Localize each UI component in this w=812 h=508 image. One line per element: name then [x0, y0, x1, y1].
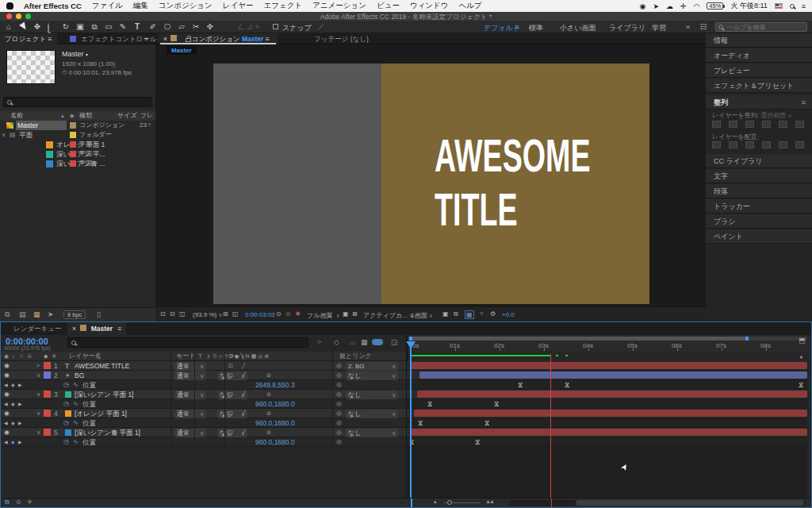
- menu-animation[interactable]: アニメーション: [312, 1, 366, 11]
- work-area-start-handle[interactable]: [409, 337, 412, 341]
- puppet-pin-tool-icon[interactable]: ✜: [205, 22, 216, 32]
- workspace-tab-learn[interactable]: 学習: [652, 23, 666, 33]
- distribute-center-v-icon[interactable]: [729, 141, 737, 148]
- layer-bar-row-1[interactable]: [407, 361, 807, 371]
- keyframe-icon[interactable]: ⧖: [799, 380, 803, 390]
- parent-select[interactable]: 2. BG∨: [346, 362, 398, 371]
- layer-row-2[interactable]: ◉ ∨ 2 ★ BG 通常∨ なし∨ ⊡ ╱ ⊘ ◎ なし∨: [2, 371, 407, 380]
- layer-label-chip[interactable]: [44, 410, 51, 417]
- panel-character[interactable]: 文字: [706, 169, 812, 183]
- parent-select[interactable]: なし∨: [346, 410, 398, 418]
- distribute-top-icon[interactable]: [712, 141, 721, 148]
- zoom-out-mountain-icon[interactable]: ▴: [434, 498, 437, 505]
- effects-switch-icon[interactable]: ⊘: [266, 409, 271, 418]
- mode-column[interactable]: モード: [176, 352, 195, 361]
- hand-tool-icon[interactable]: ✥: [32, 22, 43, 32]
- input-language-flag-icon[interactable]: [775, 3, 783, 9]
- distribute-center-h-icon[interactable]: [779, 141, 787, 148]
- primary-viewer-icon[interactable]: ⊟: [170, 310, 175, 318]
- layer-duration-bar[interactable]: [411, 362, 807, 369]
- property-row-teal-position[interactable]: ◀ ◆ ▶ ◷ ∿ 位置 960.0,1680.0 ◎: [2, 399, 407, 409]
- panel-brushes[interactable]: ブラシ: [706, 214, 812, 229]
- property-value[interactable]: 960.0,1680.0: [255, 399, 295, 409]
- tab-project[interactable]: プロジェクト ≡: [0, 33, 57, 44]
- menu-composition[interactable]: コンポジション: [159, 1, 213, 11]
- project-row-teal-solid[interactable]: 深いシアン 平... 平面: [0, 149, 155, 159]
- tab-footage[interactable]: フッテージ (なし): [309, 33, 373, 44]
- effects-switch-icon[interactable]: ⊘: [266, 428, 271, 437]
- pick-whip-icon[interactable]: ◎: [336, 437, 342, 447]
- panel-effects-presets[interactable]: エフェクト＆プリセット: [706, 79, 812, 93]
- stopwatch-icon[interactable]: ◷: [63, 418, 69, 428]
- prev-keyframe-icon[interactable]: ◀: [4, 380, 8, 390]
- layer-row-3[interactable]: ◉ ∨ 3 [深いシアン 平面 1] 通常∨ なし∨ ⊡ ╱ ⊘ ◎ なし∨: [2, 390, 407, 399]
- keyframe-icon[interactable]: ⧖: [475, 437, 480, 447]
- comp-button-icon[interactable]: ✦: [799, 354, 804, 361]
- lock-open-icon[interactable]: [186, 38, 191, 42]
- hide-shy-layers-icon[interactable]: ⌓: [350, 338, 355, 347]
- panel-tracker[interactable]: トラッカー: [706, 199, 812, 214]
- pick-whip-icon[interactable]: ◎: [336, 399, 342, 409]
- comp-breadcrumb-chip[interactable]: Master: [167, 46, 197, 55]
- menu-file[interactable]: ファイル: [92, 1, 123, 11]
- twirl-icon[interactable]: >: [36, 361, 40, 371]
- quality-switch-icon[interactable]: ╱: [242, 409, 245, 418]
- blend-mode-select[interactable]: 通常∨: [174, 362, 206, 371]
- layer-row-1[interactable]: ◉ > 1 T AWESOME TITLE 通常∨ ⊡ ╱ ◎ 2. BG∨: [2, 361, 407, 371]
- menu-window[interactable]: ウィンドウ: [410, 1, 449, 11]
- twirl-icon[interactable]: ∨: [36, 409, 40, 418]
- comp-thumbnail[interactable]: [6, 50, 56, 84]
- comp-marker-bin-icon[interactable]: ⬒: [799, 337, 806, 344]
- snapshot-icon[interactable]: ⊙: [276, 310, 282, 318]
- align-bottom-icon[interactable]: [795, 121, 804, 128]
- label-chip[interactable]: [70, 151, 76, 157]
- property-row-blue-position[interactable]: ◀ ◆ ▶ ◷ ∿ 位置 960.0,1680.0 ◎: [2, 437, 407, 447]
- fast-previews-icon[interactable]: ▦: [465, 310, 474, 319]
- workspace-tab-standard[interactable]: 標準: [529, 23, 543, 33]
- layer-bar-row-4[interactable]: [407, 409, 807, 418]
- quality-switch-icon[interactable]: ╱: [242, 361, 245, 371]
- battery-indicator[interactable]: 45%: [707, 2, 723, 10]
- graph-toggle-icon[interactable]: ∿: [73, 418, 79, 428]
- workspace-tab-small-screen[interactable]: 小さい画面: [560, 23, 596, 33]
- keyframe-row-bg[interactable]: ⧖ ⧖ ⧖: [407, 380, 807, 390]
- project-row-orange-solid[interactable]: オレンジ 平面 1 平面: [0, 140, 155, 149]
- layer-duration-bar[interactable]: [414, 410, 807, 417]
- panel-paint[interactable]: ペイント: [706, 229, 812, 244]
- magnification-select[interactable]: (93.9 %) ∨: [193, 311, 223, 318]
- add-keyframe-icon[interactable]: ◆: [11, 418, 15, 428]
- next-keyframe-icon[interactable]: ▶: [18, 437, 22, 447]
- parent-link-column[interactable]: 親とリンク: [339, 352, 372, 361]
- add-keyframe-icon[interactable]: ◆: [11, 399, 15, 409]
- effects-switch-icon[interactable]: ⊘: [266, 371, 271, 380]
- parent-select[interactable]: なし∨: [346, 429, 398, 437]
- mission-control-icon[interactable]: ✛: [680, 2, 687, 10]
- keyframe-row-teal[interactable]: ⧖ ⧖: [407, 399, 807, 409]
- panel-menu-icon[interactable]: ≡: [118, 325, 122, 333]
- stopwatch-icon[interactable]: ◷: [63, 380, 69, 390]
- layer-duration-bar[interactable]: [419, 371, 807, 379]
- layer-name[interactable]: [深いシアン青 平面 1]: [75, 428, 140, 437]
- column-frame[interactable]: フレ: [140, 111, 153, 121]
- camera-select[interactable]: アクティブカ... ∨: [363, 311, 413, 320]
- property-name[interactable]: 位置: [82, 399, 96, 409]
- collapse-switch-icon[interactable]: ⊡: [228, 428, 233, 437]
- project-columns-header[interactable]: 名前 ▲ ◆ 種類 サイズ フレ: [0, 111, 155, 121]
- collapse-switch-icon[interactable]: ⊡: [228, 371, 233, 380]
- zoom-tool-icon[interactable]: [48, 24, 49, 32]
- column-type[interactable]: 種類: [79, 111, 92, 121]
- layer-name-column[interactable]: レイヤー名: [69, 352, 102, 361]
- color-depth-button[interactable]: 8 bpc: [63, 310, 86, 319]
- eye-icon[interactable]: ◉: [4, 428, 10, 437]
- pick-whip-icon[interactable]: ◎: [336, 371, 342, 380]
- label-chip[interactable]: [70, 160, 76, 167]
- layer-bar-row-2[interactable]: [407, 371, 807, 380]
- notification-center-icon[interactable]: ≡: [802, 2, 806, 10]
- camera-tool-icon[interactable]: ▣: [75, 22, 86, 32]
- current-time-indicator-line[interactable]: [410, 341, 412, 498]
- blend-mode-select[interactable]: 通常∨: [174, 429, 206, 437]
- project-row-folder[interactable]: ∨ ▤ 平面 フォルダー: [0, 130, 155, 140]
- timeline-columns-header[interactable]: ◉ ♪ ○ ⌸ ◆ # レイヤー名 モード T トラックマット ⊡ ◆ ╲ fx…: [2, 352, 407, 361]
- property-value[interactable]: 960.0,1680.0: [255, 437, 295, 447]
- view-layout-select[interactable]: 1画面 ∨: [411, 311, 433, 320]
